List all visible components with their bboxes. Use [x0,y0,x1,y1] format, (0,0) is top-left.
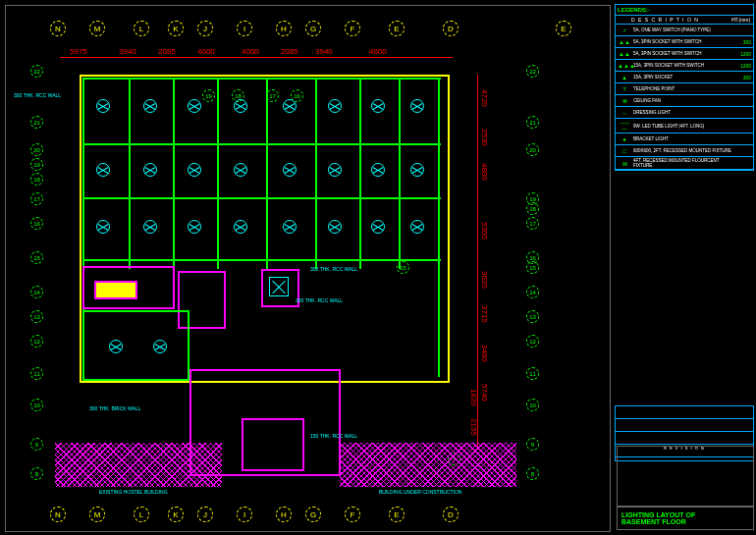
grid-bubble-bi: I [237,507,252,522]
dim-3940b: 3940 [315,47,333,56]
grid-num-l20: 20 [30,143,43,156]
grid-bubble-l: L [134,21,149,36]
lower-block-left [82,310,189,381]
legend-symbol: ○ [618,110,631,116]
legend-symbol: ▲ [618,75,631,80]
ceiling-fan-18 [143,220,157,234]
legend-description: 15A, 3PIN SOCKET [631,75,735,80]
legend-height: 300 [735,39,751,45]
legend-description: 5A, 3PIN SOCKET WITH SWITCH [631,51,735,56]
ceiling-fan-3 [188,99,201,113]
legend-header: D E S C R I P T I O N HT.(mm) [616,16,753,25]
drawing-title: LIGHTING LAYOUT OF BASEMENT FLOOR [617,507,754,530]
grid-num-r20: 20 [526,143,539,156]
grid-num-r9: 9 [526,438,539,451]
ceiling-fan-21 [283,220,297,234]
legend-symbol: ▲▲ [618,39,631,45]
wall-h1 [82,143,441,145]
grid-num-l11: 11 [30,367,43,380]
legend-row-9: ●BRACKET LIGHT [616,134,753,145]
grid-num-l10: 10 [30,399,43,411]
note-rcc-wall-3: 300 THK. RCC WALL [296,297,343,303]
wall-v2 [173,78,175,269]
grid-bubble-j: J [197,21,213,36]
wall-h3 [82,259,441,261]
dim-r-3460: 3460 [480,345,489,362]
dim-3940: 3940 [119,47,136,56]
ceiling-fan-1 [96,99,110,113]
legend-row-6: ⊗CEILING FAN [616,95,753,107]
grid-bubble-d: D [443,21,459,36]
grid-bubble-f: F [345,21,360,36]
dim-5975: 5975 [70,47,87,56]
ceiling-fan-14 [328,163,342,177]
grid-num-l17: 17 [30,192,43,205]
grid-bubble-bj: J [197,507,213,522]
note-rcc-150: 150 THK. RCC WALL [310,433,357,439]
grid-num-r11: 11 [526,367,539,380]
grid-bubble-e2: E [556,21,571,36]
dim-r-4720: 4720 [480,89,489,107]
ceiling-fan-26 [153,340,167,353]
ceiling-fan-17 [96,220,110,234]
ceiling-fan-20 [234,220,247,234]
grid-bubble-bn: N [50,507,66,522]
legend-box: LEGENDS:- D E S C R I P T I O N HT.(mm) … [615,4,754,171]
dim-4000b: 4000 [242,47,259,56]
grid-num-r21: 21 [526,116,539,129]
legend-description: BRACKET LIGHT [631,136,735,141]
title-block-sidebar: LEGENDS:- D E S C R I P T I O N HT.(mm) … [614,0,756,535]
grid-num-l16: 16 [30,217,43,230]
grid-bubble-e: E [389,21,405,36]
dim-r-3715: 3715 [480,305,489,323]
legend-symbol: □ [618,148,631,154]
note-brick-wall: 300 THK. BRICK WALL [89,405,141,411]
ceiling-fan-7 [371,99,385,113]
legend-symbol: T [618,86,631,92]
grid-num-l15: 15 [30,251,43,264]
grid-num-l19: 19 [30,158,43,171]
legend-description: 5A, 3PIN SOCKET WITH SWITCH [631,39,735,44]
grid-bubble-h: H [276,21,292,36]
hatch-existing-hostel [55,443,222,487]
grid-num-r22: 22 [526,65,539,78]
grid-bubble-m: M [89,21,105,36]
grid-bubble-be: E [389,507,405,522]
wall-v6 [359,78,361,269]
revision-row-2 [616,419,753,432]
grid-num-l18: 18 [30,173,43,186]
grid-bubble-n: N [50,21,66,36]
legend-row-2: ▲▲5A, 3PIN SOCKET WITH SWITCH1200 [616,48,753,60]
legend-row-8: —○—9W. LED TUBE LIGHT (4FT. LONG) [616,119,753,134]
drawing-viewport[interactable]: N M L K J I H G F E D E N M L K J I H G … [5,5,611,532]
legend-height: 1200 [735,51,751,57]
legend-description: 600X600, 2FT. RECESSED MOUNTED FIXTURE [631,148,735,153]
wall-v4 [266,78,268,269]
note-under-construction: BUILDING UNDER CONSTRUCTION [379,489,461,495]
dim-r-4800: 4800 [480,163,489,181]
grid-num-r13: 13 [526,310,539,323]
ceiling-fan-10 [143,163,157,177]
ceiling-fan-25 [109,340,123,353]
ceiling-fan-9 [96,163,110,177]
dim-2085b: 2085 [281,47,298,56]
ceiling-fan-12 [234,163,247,177]
legend-symbol: ⊠ [618,160,631,167]
legend-row-5: TTELEPHONE POINT [616,83,753,95]
legend-description: DRESSING LIGHT [631,110,735,115]
dim-2085: 2085 [158,47,176,56]
grid-num-l13: 13 [30,310,43,323]
grid-num-l22: 22 [30,65,43,78]
grid-num-l21: 21 [30,116,43,129]
ceiling-fan-5 [283,99,297,113]
legend-description: TELEPHONE POINT [631,86,735,91]
legend-row-1: ▲▲5A, 3PIN SOCKET WITH SWITCH300 [616,36,753,48]
grid-num-r12: 12 [526,335,539,348]
grid-num-r15: 15 [526,261,539,274]
wall-yellow-inset [94,281,137,299]
legend-symbol: ● [618,136,631,142]
legend-row-7: ○DRESSING LIGHT [616,107,753,119]
dim-r-2155: 2155 [469,418,478,436]
grid-num-r17: 17 [526,217,539,230]
grid-num-r8: 8 [526,467,539,480]
